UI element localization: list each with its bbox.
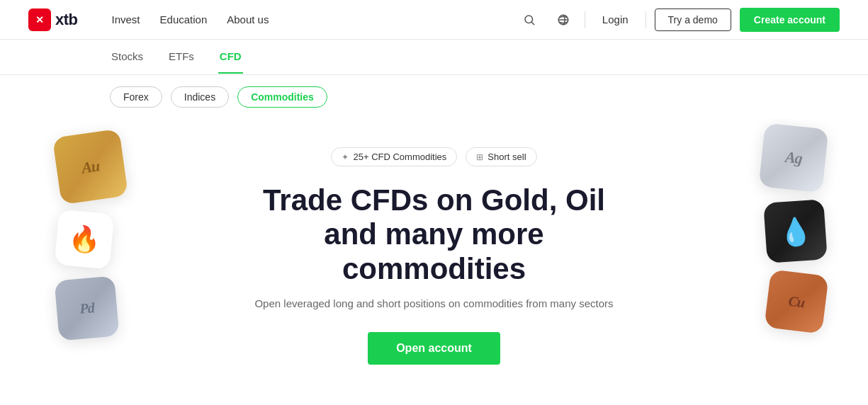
divider (585, 11, 585, 28)
nav-invest[interactable]: Invest (112, 13, 140, 25)
copper-tile: Cu (764, 269, 828, 333)
silver-tile: Ag (759, 123, 829, 193)
oil-tile: 💧 (763, 199, 828, 263)
tab-cfd[interactable]: CFD (218, 40, 243, 74)
tabs-bar: Stocks ETFs CFD (0, 40, 868, 75)
globe-icon (557, 13, 570, 26)
badge-short-sell: ⊞ Short sell (466, 147, 536, 166)
badge-cfd-count: ✦ 25+ CFD Commodities (331, 147, 457, 166)
search-button[interactable] (517, 7, 542, 33)
hero-section: Au 🔥 Pd ✦ 25+ CFD Commodities ⊞ Short se… (0, 119, 868, 405)
nav-actions: Login Try a demo Create account (517, 7, 840, 33)
filter-forex[interactable]: Forex (110, 86, 162, 108)
navbar: ✕ xtb Invest Education About us Login Tr… (0, 0, 868, 40)
gold-tile: Au (52, 129, 128, 205)
tab-stocks[interactable]: Stocks (110, 40, 145, 74)
tab-etfs[interactable]: ETFs (167, 40, 196, 74)
gas-tile: 🔥 (55, 210, 115, 270)
plus-icon: ✦ (342, 152, 349, 162)
filter-row: Forex Indices Commodities (0, 75, 868, 119)
hero-badges: ✦ 25+ CFD Commodities ⊞ Short sell (236, 147, 633, 166)
nav-education[interactable]: Education (160, 13, 208, 25)
nav-links: Invest Education About us (112, 13, 494, 25)
try-demo-button[interactable]: Try a demo (655, 8, 731, 31)
palladium-tile: Pd (54, 275, 119, 341)
logo-text: xtb (55, 11, 78, 29)
nav-about[interactable]: About us (227, 13, 269, 25)
search-icon (523, 13, 536, 26)
hero-left-icons: Au 🔥 Pd (57, 133, 124, 338)
filter-commodities[interactable]: Commodities (237, 86, 327, 108)
hero-title: Trade CFDs on Gold, Oil and many more co… (236, 183, 633, 286)
hero-center: ✦ 25+ CFD Commodities ⊞ Short sell Trade… (236, 147, 633, 365)
hero-right-icons: Ag 💧 Cu (762, 126, 825, 331)
login-button[interactable]: Login (594, 9, 637, 30)
divider2 (646, 11, 646, 28)
svg-line-1 (531, 22, 534, 24)
create-account-button[interactable]: Create account (740, 8, 840, 32)
grid-icon: ⊞ (476, 152, 483, 162)
logo-icon: ✕ (28, 8, 51, 31)
language-button[interactable] (551, 7, 576, 33)
svg-point-0 (525, 16, 533, 23)
filter-indices[interactable]: Indices (171, 86, 229, 108)
logo[interactable]: ✕ xtb (28, 8, 78, 31)
hero-subtitle: Open leveraged long and short positions … (236, 297, 633, 309)
open-account-button[interactable]: Open account (368, 332, 500, 365)
